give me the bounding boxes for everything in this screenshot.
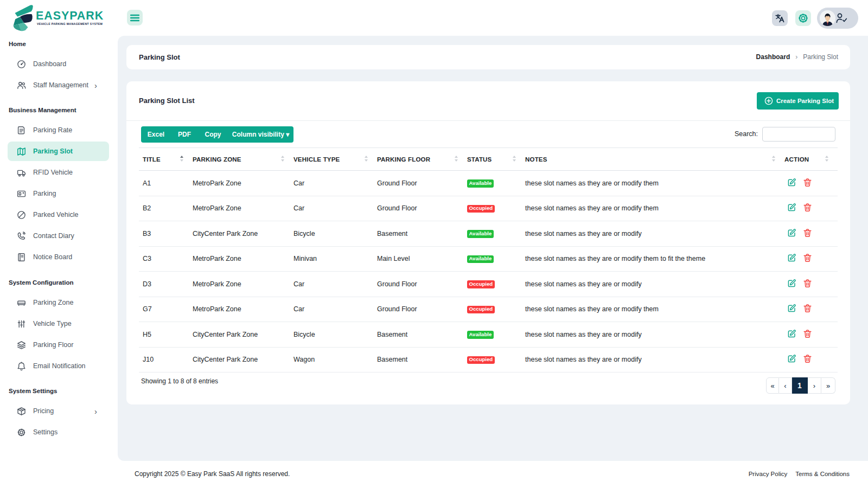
svg-text:VEHICLE PARKING MANAGEMENT SYS: VEHICLE PARKING MANAGEMENT SYSTEM <box>37 22 103 25</box>
svg-text:EASYPARK: EASYPARK <box>36 9 104 22</box>
